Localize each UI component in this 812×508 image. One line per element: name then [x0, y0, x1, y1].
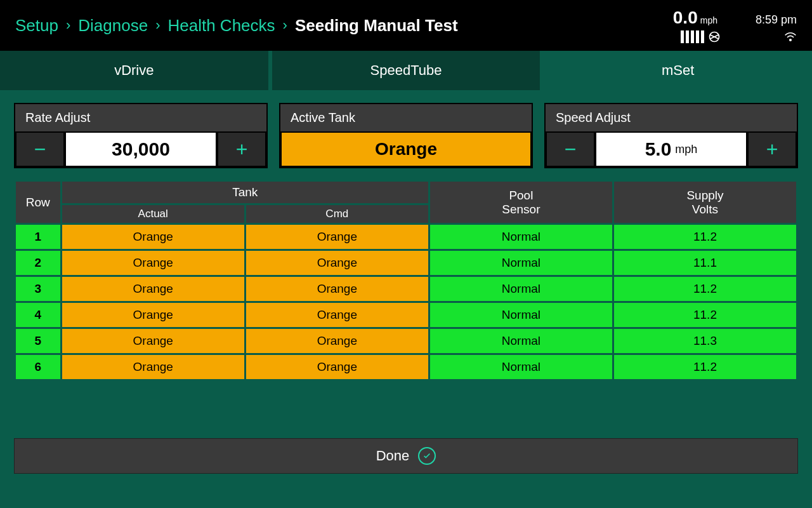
- data-table: Row Tank Pool Sensor Supply Volts Actual…: [0, 173, 812, 381]
- rate-decrease-button[interactable]: −: [15, 131, 65, 167]
- cell-row: 6: [16, 355, 60, 379]
- speed-decrease-button[interactable]: −: [546, 131, 595, 167]
- cell-volts: 11.2: [614, 277, 796, 301]
- wifi-icon: [784, 32, 797, 42]
- active-tank-value[interactable]: Orange: [280, 131, 532, 167]
- signal-bars-icon: [681, 30, 704, 43]
- cell-actual: Orange: [62, 251, 244, 275]
- cell-volts: 11.2: [614, 355, 796, 379]
- satellite-icon: [708, 30, 721, 43]
- cell-cmd: Orange: [246, 355, 428, 379]
- cell-volts: 11.2: [614, 225, 796, 249]
- cell-cmd: Orange: [246, 251, 428, 275]
- cell-actual: Orange: [62, 225, 244, 249]
- active-tank-label: Active Tank: [280, 104, 532, 131]
- cell-cmd: Orange: [246, 303, 428, 327]
- cell-cmd: Orange: [246, 329, 428, 353]
- th-pool: Pool Sensor: [430, 182, 612, 223]
- breadcrumb-health-checks[interactable]: Health Checks: [167, 16, 275, 36]
- rate-increase-button[interactable]: +: [217, 131, 266, 167]
- status-area: 0.0mph 8:59 pm: [673, 0, 797, 51]
- done-label: Done: [376, 448, 410, 464]
- tab-speedtube[interactable]: SpeedTube: [272, 51, 540, 90]
- chevron-right-icon: ›: [66, 17, 70, 34]
- cell-pool: Normal: [430, 277, 612, 301]
- cell-actual: Orange: [62, 277, 244, 301]
- speed-increase-button[interactable]: +: [747, 131, 797, 167]
- status-time: 8:59 pm: [756, 13, 797, 27]
- chevron-right-icon: ›: [283, 17, 287, 34]
- breadcrumb-diagnose[interactable]: Diagnose: [78, 16, 148, 36]
- cell-row: 2: [16, 251, 60, 275]
- chevron-right-icon: ›: [155, 17, 160, 34]
- speed-adjust-card: Speed Adjust − 5.0mph +: [544, 103, 798, 168]
- th-row: Row: [16, 182, 60, 223]
- cell-actual: Orange: [62, 355, 244, 379]
- tab-vdrive[interactable]: vDrive: [0, 51, 268, 90]
- cell-pool: Normal: [430, 303, 612, 327]
- th-tank: Tank: [62, 182, 428, 203]
- th-actual: Actual: [62, 205, 244, 223]
- table-row: 4OrangeOrangeNormal11.2: [16, 303, 796, 327]
- done-button[interactable]: Done: [14, 438, 798, 474]
- cell-row: 4: [16, 303, 60, 327]
- table-row: 2OrangeOrangeNormal11.1: [16, 251, 796, 275]
- cell-row: 1: [16, 225, 60, 249]
- svg-point-1: [790, 39, 792, 41]
- table-row: 5OrangeOrangeNormal11.3: [16, 329, 796, 353]
- th-volts: Supply Volts: [614, 182, 796, 223]
- tab-bar: vDrive SpeedTube mSet: [0, 51, 812, 90]
- rate-value[interactable]: 30,000: [65, 131, 217, 167]
- cell-pool: Normal: [430, 355, 612, 379]
- table-row: 1OrangeOrangeNormal11.2: [16, 225, 796, 249]
- rate-adjust-label: Rate Adjust: [15, 104, 266, 131]
- controls-row: Rate Adjust − 30,000 + Active Tank Orang…: [0, 90, 812, 173]
- cell-pool: Normal: [430, 329, 612, 353]
- table-row: 6OrangeOrangeNormal11.2: [16, 355, 796, 379]
- cell-pool: Normal: [430, 225, 612, 249]
- status-speed: 0.0mph: [673, 8, 717, 28]
- speed-stepper: − 5.0mph +: [546, 131, 797, 167]
- rate-adjust-card: Rate Adjust − 30,000 +: [14, 103, 268, 168]
- speed-value[interactable]: 5.0mph: [595, 131, 747, 167]
- rate-stepper: − 30,000 +: [15, 131, 266, 167]
- th-cmd: Cmd: [246, 205, 428, 223]
- cell-actual: Orange: [62, 329, 244, 353]
- breadcrumb: Setup › Diagnose › Health Checks › Seedi…: [15, 16, 458, 36]
- cell-row: 5: [16, 329, 60, 353]
- cell-volts: 11.3: [614, 329, 796, 353]
- top-bar: Setup › Diagnose › Health Checks › Seedi…: [0, 0, 812, 51]
- breadcrumb-setup[interactable]: Setup: [15, 16, 58, 36]
- active-tank-card: Active Tank Orange: [279, 103, 533, 168]
- speed-adjust-label: Speed Adjust: [546, 104, 797, 131]
- table-row: 3OrangeOrangeNormal11.2: [16, 277, 796, 301]
- cell-actual: Orange: [62, 303, 244, 327]
- cell-volts: 11.2: [614, 303, 796, 327]
- breadcrumb-current: Seeding Manual Test: [295, 16, 458, 36]
- check-circle-icon: [418, 447, 436, 465]
- cell-volts: 11.1: [614, 251, 796, 275]
- cell-pool: Normal: [430, 251, 612, 275]
- cell-row: 3: [16, 277, 60, 301]
- tab-mset[interactable]: mSet: [544, 51, 812, 90]
- cell-cmd: Orange: [246, 277, 428, 301]
- cell-cmd: Orange: [246, 225, 428, 249]
